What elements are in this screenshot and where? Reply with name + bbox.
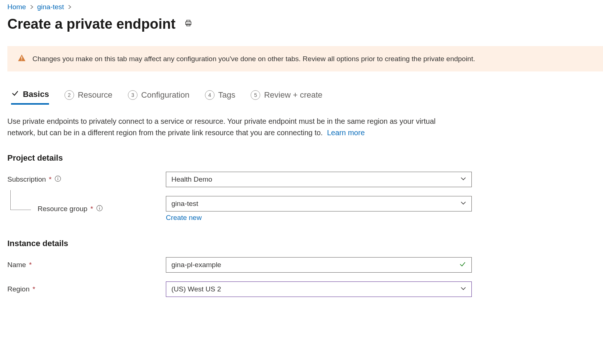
chevron-down-icon xyxy=(460,285,466,293)
hierarchy-line xyxy=(10,190,31,210)
region-select[interactable]: (US) West US 2 xyxy=(166,281,472,297)
region-label: Region xyxy=(7,285,29,293)
tab-resource[interactable]: 2 Resource xyxy=(65,90,112,104)
notice-text: Changes you make on this tab may affect … xyxy=(32,55,475,63)
tab-tags[interactable]: 4 Tags xyxy=(205,90,235,104)
svg-rect-6 xyxy=(57,178,58,180)
chevron-down-icon xyxy=(460,200,466,208)
tab-review[interactable]: 5 Review + create xyxy=(251,90,322,104)
print-icon[interactable] xyxy=(184,19,192,29)
create-new-link[interactable]: Create new xyxy=(166,214,202,222)
name-label: Name xyxy=(7,261,26,269)
chevron-right-icon xyxy=(30,4,34,10)
svg-rect-9 xyxy=(99,207,100,209)
required-asterisk: * xyxy=(32,285,35,293)
svg-rect-3 xyxy=(21,56,22,59)
breadcrumb-home[interactable]: Home xyxy=(7,3,26,11)
step-3-icon: 3 xyxy=(128,90,137,100)
notice-banner: Changes you make on this tab may affect … xyxy=(7,46,603,71)
subscription-select[interactable]: Health Demo xyxy=(166,172,472,187)
step-2-icon: 2 xyxy=(65,90,74,100)
resource-group-value: gina-test xyxy=(171,200,198,208)
page-title: Create a private endpoint xyxy=(7,16,175,32)
subscription-value: Health Demo xyxy=(171,175,212,183)
intro-body: Use private endpoints to privately conne… xyxy=(7,117,436,137)
tab-review-label: Review + create xyxy=(264,90,322,100)
tab-basics[interactable]: Basics xyxy=(11,89,49,105)
svg-rect-2 xyxy=(187,24,190,26)
resource-group-select[interactable]: gina-test xyxy=(166,196,472,211)
tab-resource-label: Resource xyxy=(78,90,112,100)
breadcrumb: Home gina-test xyxy=(7,0,603,16)
tab-configuration-label: Configuration xyxy=(141,90,189,100)
required-asterisk: * xyxy=(29,261,32,269)
chevron-down-icon xyxy=(460,175,466,183)
name-input[interactable]: gina-pl-example xyxy=(166,257,472,273)
check-icon xyxy=(11,89,19,99)
required-asterisk: * xyxy=(49,175,52,183)
intro-text: Use private endpoints to privately conne… xyxy=(7,116,464,139)
info-icon[interactable] xyxy=(55,175,61,184)
tab-configuration[interactable]: 3 Configuration xyxy=(128,90,189,104)
instance-details-heading: Instance details xyxy=(7,239,603,248)
svg-rect-4 xyxy=(21,60,22,60)
warning-icon xyxy=(18,54,26,63)
learn-more-link[interactable]: Learn more xyxy=(327,129,365,137)
svg-point-7 xyxy=(57,177,58,178)
name-value: gina-pl-example xyxy=(171,261,221,269)
wizard-tabs: Basics 2 Resource 3 Configuration 4 Tags… xyxy=(7,89,603,105)
breadcrumb-project[interactable]: gina-test xyxy=(37,3,64,11)
step-5-icon: 5 xyxy=(251,90,260,100)
tab-basics-label: Basics xyxy=(23,90,49,99)
info-icon[interactable] xyxy=(96,205,103,213)
valid-check-icon xyxy=(459,260,466,270)
project-details-heading: Project details xyxy=(7,153,603,163)
subscription-label: Subscription xyxy=(7,175,46,183)
chevron-right-icon xyxy=(68,4,72,10)
step-4-icon: 4 xyxy=(205,90,215,100)
svg-point-10 xyxy=(99,206,100,207)
resource-group-label: Resource group xyxy=(38,205,87,213)
tab-tags-label: Tags xyxy=(218,90,235,100)
required-asterisk: * xyxy=(90,205,93,213)
region-value: (US) West US 2 xyxy=(171,285,221,293)
